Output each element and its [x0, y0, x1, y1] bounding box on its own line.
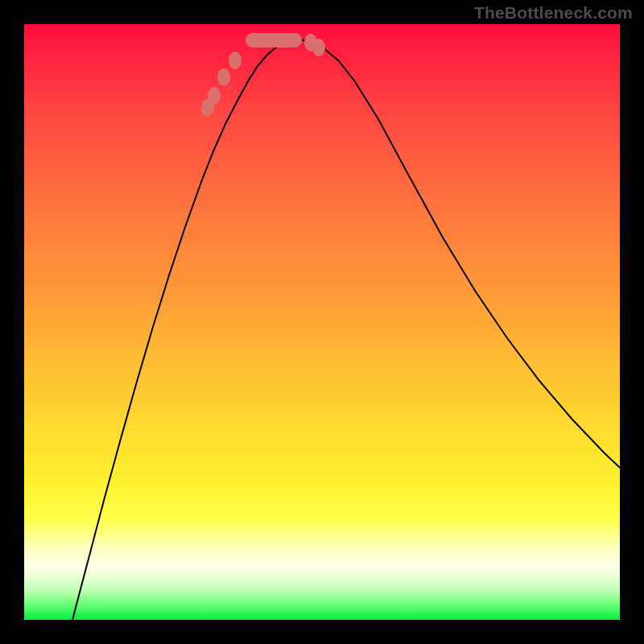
svg-rect-0 — [246, 33, 302, 47]
bottleneck-curve — [72, 40, 620, 620]
plot-area — [24, 24, 620, 620]
chart-frame: TheBottleneck.com — [0, 0, 644, 644]
curve-marker — [312, 39, 325, 56]
chart-overlay — [24, 24, 620, 620]
trough-band — [246, 33, 302, 47]
curve-marker — [217, 68, 230, 86]
curve-marker — [208, 87, 221, 105]
curve-marker — [229, 52, 242, 69]
watermark-text: TheBottleneck.com — [474, 3, 633, 23]
